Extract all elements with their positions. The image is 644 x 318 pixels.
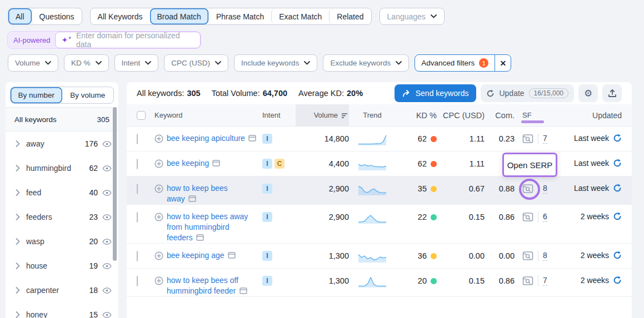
tab-all[interactable]: All bbox=[8, 8, 32, 24]
all-keywords-group-header[interactable]: All keywords 305 bbox=[6, 107, 118, 132]
eye-icon[interactable] bbox=[102, 189, 112, 196]
select-all-checkbox[interactable] bbox=[137, 111, 146, 120]
row-checkbox[interactable] bbox=[137, 251, 138, 261]
keyword-cell: how to keep bees away bbox=[154, 176, 262, 204]
refresh-icon[interactable] bbox=[613, 159, 622, 168]
add-keyword-icon[interactable] bbox=[154, 158, 163, 169]
export-button[interactable] bbox=[602, 84, 622, 102]
sidebar-toggle-wrap: By numberBy volume bbox=[6, 82, 118, 107]
toggle-by-number[interactable]: By number bbox=[11, 87, 62, 103]
keyword-group-count: 20 bbox=[89, 237, 98, 246]
sf-count[interactable]: 8 bbox=[543, 184, 547, 194]
row-checkbox[interactable] bbox=[137, 276, 138, 286]
column-header-volume[interactable]: Volume bbox=[296, 104, 349, 126]
tab-exact-match[interactable]: Exact Match bbox=[271, 8, 329, 24]
toggle-by-volume[interactable]: By volume bbox=[62, 87, 114, 103]
column-header-keyword[interactable]: Keyword bbox=[154, 104, 262, 126]
open-serp-icon[interactable] bbox=[522, 134, 533, 144]
filter-dropdown[interactable]: Intent bbox=[114, 54, 159, 72]
column-header-trend[interactable]: Trend bbox=[349, 104, 396, 126]
filter-dropdown[interactable]: Include keywords bbox=[234, 54, 317, 72]
keyword-group-label: feed bbox=[26, 188, 89, 197]
eye-icon[interactable] bbox=[102, 311, 112, 318]
sidebar-item-hummingbird[interactable]: hummingbird 62 bbox=[6, 156, 118, 180]
serp-features-icon[interactable] bbox=[248, 134, 256, 144]
sidebar-item-wasp[interactable]: wasp 20 bbox=[6, 229, 118, 254]
serp-features-icon[interactable] bbox=[188, 194, 196, 204]
serp-features-icon[interactable] bbox=[239, 286, 247, 296]
tab-all-keywords[interactable]: All Keywords bbox=[91, 8, 150, 24]
tab-broad-match[interactable]: Broad Match bbox=[150, 8, 208, 24]
row-checkbox[interactable] bbox=[137, 212, 138, 223]
add-keyword-icon[interactable] bbox=[154, 275, 163, 296]
row-checkbox[interactable] bbox=[137, 184, 138, 194]
filter-label: KD % bbox=[71, 59, 91, 67]
add-keyword-icon[interactable] bbox=[154, 250, 163, 261]
eye-icon[interactable] bbox=[102, 140, 112, 148]
sf-count[interactable]: 7 bbox=[543, 134, 547, 144]
column-header-sf[interactable]: SF bbox=[515, 104, 560, 126]
filter-dropdown[interactable]: CPC (USD) bbox=[164, 54, 228, 72]
column-header-cpc[interactable]: CPC (USD) bbox=[437, 104, 485, 126]
keyword-link[interactable]: how to keep bees away bbox=[167, 184, 228, 203]
keyword-link[interactable]: how to keep bees off hummingbird feeder bbox=[167, 276, 238, 295]
keyword-link[interactable]: bee keeping bbox=[167, 159, 209, 168]
updated-value: 2 weeks bbox=[581, 276, 609, 285]
add-keyword-icon[interactable] bbox=[154, 183, 163, 204]
filter-dropdown[interactable]: Exclude keywords bbox=[323, 54, 409, 72]
eye-icon[interactable] bbox=[102, 238, 112, 245]
row-checkbox[interactable] bbox=[137, 159, 138, 169]
sidebar-item-feeders[interactable]: feeders 23 bbox=[6, 205, 118, 229]
eye-icon[interactable] bbox=[102, 287, 112, 294]
sf-count[interactable]: 7 bbox=[543, 276, 547, 286]
sidebar-item-honey[interactable]: honey 15 bbox=[6, 302, 118, 318]
sidebar-item-feed[interactable]: feed 40 bbox=[6, 180, 118, 205]
sidebar-scrollbar[interactable] bbox=[113, 107, 117, 261]
send-keywords-button[interactable]: Send keywords bbox=[395, 84, 477, 102]
sf-count[interactable]: 8 bbox=[543, 251, 547, 261]
open-serp-icon[interactable] bbox=[522, 276, 533, 286]
refresh-icon[interactable] bbox=[613, 184, 622, 193]
refresh-icon[interactable] bbox=[613, 212, 622, 221]
open-serp-icon[interactable] bbox=[522, 212, 533, 222]
sf-divider bbox=[538, 211, 538, 223]
languages-dropdown[interactable]: Languages bbox=[380, 8, 445, 25]
sf-count[interactable]: 6 bbox=[543, 212, 547, 222]
tab-questions[interactable]: Questions bbox=[32, 8, 82, 24]
open-serp-icon[interactable] bbox=[522, 184, 533, 194]
sort-descending-icon bbox=[341, 113, 348, 118]
column-header-kd[interactable]: KD % bbox=[396, 104, 437, 126]
add-keyword-icon[interactable] bbox=[154, 211, 163, 243]
tab-related[interactable]: Related bbox=[329, 8, 371, 24]
sidebar-item-away[interactable]: away 176 bbox=[6, 132, 118, 156]
eye-icon[interactable] bbox=[102, 165, 112, 172]
serp-features-icon[interactable] bbox=[228, 251, 236, 261]
serp-features-icon[interactable] bbox=[212, 159, 220, 169]
clear-advanced-filters-button[interactable]: ✕ bbox=[495, 55, 511, 71]
refresh-icon[interactable] bbox=[613, 134, 622, 143]
eye-icon[interactable] bbox=[102, 214, 112, 221]
advanced-filters-button[interactable]: Advanced filters 1 bbox=[415, 55, 495, 71]
keyword-link[interactable]: bee keeping apiculture bbox=[167, 134, 245, 143]
column-header-updated[interactable]: Updated bbox=[560, 104, 632, 126]
sidebar-item-house[interactable]: house 19 bbox=[6, 254, 118, 278]
tab-phrase-match[interactable]: Phrase Match bbox=[208, 8, 271, 24]
filter-dropdown[interactable]: KD % bbox=[64, 54, 109, 72]
table-settings-button[interactable]: ⚙ bbox=[578, 84, 598, 102]
column-header-intent[interactable]: Intent bbox=[262, 104, 296, 126]
keyword-link[interactable]: bee keeping age bbox=[167, 251, 224, 260]
open-serp-icon[interactable] bbox=[522, 251, 533, 261]
keyword-link[interactable]: how to keep bees away from hummingbird f… bbox=[167, 212, 248, 242]
filter-dropdown[interactable]: Volume bbox=[8, 54, 58, 72]
column-header-com[interactable]: Com. bbox=[485, 104, 515, 126]
update-button[interactable]: Update 16/15,000 bbox=[481, 84, 574, 102]
sidebar-item-carpenter[interactable]: carpenter 18 bbox=[6, 278, 118, 302]
serp-features-icon[interactable] bbox=[196, 233, 204, 243]
refresh-icon[interactable] bbox=[613, 251, 622, 260]
domain-input[interactable]: ✦✦ Enter domain for personalized data bbox=[55, 32, 201, 48]
eye-icon[interactable] bbox=[102, 263, 112, 270]
kd-cell: 36 bbox=[396, 244, 437, 260]
refresh-icon[interactable] bbox=[613, 276, 622, 285]
row-checkbox[interactable] bbox=[137, 134, 138, 144]
add-keyword-icon[interactable] bbox=[154, 133, 163, 144]
